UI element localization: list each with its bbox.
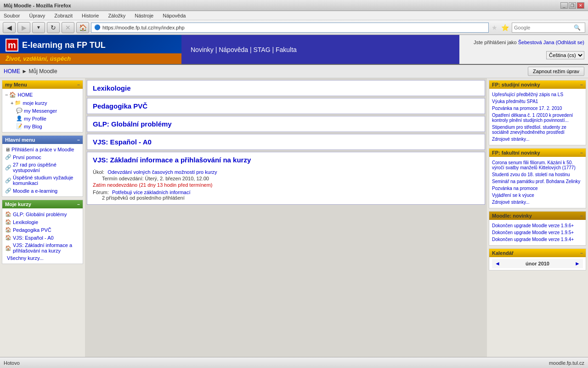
- close-btn[interactable]: ✕: [577, 2, 584, 9]
- profile-link[interactable]: my Profile: [24, 116, 46, 121]
- my-menu-collapse[interactable]: −: [77, 82, 80, 87]
- calendar-next[interactable]: ►: [575, 260, 580, 267]
- course-block-espanol: VJS: Español - A0: [87, 134, 485, 150]
- menu-prihlaseni[interactable]: 🖥 Přihlášení a práce v Moodle: [5, 146, 80, 153]
- moodle-news-collapse[interactable]: −: [580, 213, 583, 218]
- my-courses-collapse[interactable]: −: [77, 202, 80, 207]
- not-submitted-label: Zatím neodevzdáno (21 dny 13 hodin před …: [93, 182, 212, 188]
- bookmark-star[interactable]: ★: [492, 24, 498, 31]
- stop-button[interactable]: ✕: [62, 22, 74, 33]
- fp-study-news-collapse[interactable]: −: [580, 82, 583, 87]
- moodle-news-title: Moodle: novinky: [492, 213, 532, 218]
- logo-subtitle: Život, vzdělání, úspěch: [0, 53, 181, 64]
- search-icon: 🔍: [574, 24, 581, 31]
- course-glp[interactable]: 🏠 GLP: Globální problémy: [5, 210, 80, 218]
- menu-27-rad[interactable]: 🔗 27 rad pro úspěšné vystupování: [5, 161, 80, 174]
- news-item-3: Opatření děkana č. 1 /2010 k provedení k…: [492, 112, 583, 123]
- search-input[interactable]: [514, 25, 574, 30]
- deadline-text: Termín odevzdání: Úterý, 2. březen 2010,…: [93, 176, 479, 181]
- task-title-link[interactable]: Odevzdání volných časových možností pro …: [107, 169, 217, 175]
- fp-study-news-content: Upřesňující předběžný zápis na LS Výuka …: [489, 89, 586, 145]
- browser-titlebar: Můj Moodle - Mozilla Firefox _ ❐ ✕: [0, 0, 588, 11]
- site-top-right: Jste přihlášeni jako Šebestová Jana (Odh…: [459, 35, 588, 64]
- user-profile-link[interactable]: Šebestová Jana: [518, 40, 554, 45]
- browser-toolbar: ◀ ▶ ▼ ↻ ✕ 🏠 🔵 https://moodle.fp.tul.cz/m…: [0, 20, 588, 35]
- google-search[interactable]: 🔍: [512, 23, 585, 33]
- back-button[interactable]: ◀: [3, 22, 16, 33]
- address-bar[interactable]: 🔵 https://moodle.fp.tul.cz/my/index.php: [91, 23, 489, 33]
- my-courses-title: Moje kurzy: [5, 201, 31, 207]
- statusbar: Hotovo moodle.fp.tul.cz: [0, 357, 588, 368]
- menu-item-profile[interactable]: 👤 my Profile: [5, 115, 80, 122]
- fp-faculty-news-header: FP: fakultní novinky −: [489, 149, 586, 157]
- main-menu-header: Hlavní menu −: [2, 136, 83, 144]
- logo-top: m E-learning na FP TUL: [0, 35, 181, 53]
- fp-faculty-news-block: FP: fakultní novinky − Corona senum fili…: [489, 148, 586, 208]
- language-select[interactable]: Čeština (cs) English (en): [546, 51, 584, 59]
- sidebar-right: FP: studijní novinky − Upřesňující předb…: [487, 78, 588, 357]
- calendar-collapse[interactable]: −: [580, 251, 583, 256]
- course-title-vjs-zakladni[interactable]: VJS: Základní informace a přihlašování n…: [87, 152, 485, 167]
- course-lexikologie[interactable]: 🏠 Lexikologie: [5, 218, 80, 226]
- blog-link[interactable]: my Blog: [24, 124, 42, 129]
- menu-soubor[interactable]: Soubor: [2, 12, 22, 19]
- home-button[interactable]: 🏠: [76, 22, 89, 33]
- fp-faculty-news-collapse[interactable]: −: [580, 150, 583, 155]
- my-menu-block: my Menu − − 🏠 HOME + 📁 moje kurzy: [2, 80, 83, 132]
- task-link: Úkol: Odevzdání volných časových možnost…: [93, 169, 479, 175]
- breadcrumb-arrow: ►: [22, 68, 27, 75]
- course-pedagogika[interactable]: 🏠 Pedagogika PVČ: [5, 226, 80, 234]
- not-submitted-text: Zatím neodevzdáno (21 dny 13 hodin před …: [93, 182, 479, 188]
- faculty-news-item-3: Pozvánka na promoce: [492, 185, 583, 191]
- forward-button[interactable]: ▶: [17, 22, 30, 33]
- menu-uspesne-studium[interactable]: 🔗 Úspěšné studium vyžaduje komunikaci: [5, 174, 80, 187]
- messenger-link[interactable]: my Messenger: [24, 108, 57, 114]
- menu-item-blog[interactable]: 📝 my Blog: [5, 122, 80, 130]
- calendar-month: únor 2010: [526, 261, 549, 266]
- all-courses-link[interactable]: Všechny kurzy...: [5, 254, 80, 262]
- home-breadcrumb[interactable]: HOME: [4, 68, 20, 75]
- menu-prvni-pomoc[interactable]: 🔗 První pomoc: [5, 153, 80, 161]
- bookmark-star2[interactable]: ⭐: [501, 24, 509, 31]
- moodle-news-header: Moodle: novinky −: [489, 212, 586, 220]
- menu-zalozky[interactable]: Záložky: [106, 12, 127, 19]
- menu-moodle-elearning[interactable]: 🔗 Moodle a e-learning: [5, 187, 80, 195]
- calendar-prev[interactable]: ◄: [495, 260, 500, 267]
- menu-zobrazit[interactable]: Zobrazit: [52, 12, 74, 19]
- calendar-title: Kalendář: [492, 250, 514, 256]
- menu-napoveda[interactable]: Nápověda: [161, 12, 187, 19]
- domain-text: moodle.fp.tul.cz: [549, 360, 584, 366]
- window-controls: _ ❐ ✕: [560, 2, 584, 9]
- restore-btn[interactable]: ❐: [569, 2, 576, 9]
- dropdown-btn[interactable]: ▼: [32, 22, 45, 33]
- menu-item-kurzy[interactable]: + 📁 moje kurzy: [5, 99, 80, 107]
- course-title-glp[interactable]: GLP: Globální problémy: [87, 116, 485, 132]
- main-menu-collapse[interactable]: −: [77, 138, 80, 143]
- course-vjs-zakladni[interactable]: 🏠 VJS: Základní informace a přihlašování…: [5, 242, 80, 254]
- menu-item-messenger[interactable]: 💬 my Messenger: [5, 107, 80, 115]
- status-text: Hotovo: [4, 360, 20, 366]
- faculty-news-item-5: Zdrojové stránky...: [492, 199, 583, 205]
- course-title-espanol[interactable]: VJS: Español - A0: [87, 134, 485, 150]
- course-title-pedagogika[interactable]: Pedagogika PVČ: [87, 98, 485, 114]
- edit-mode-button[interactable]: Zapnout režim úprav: [528, 67, 584, 76]
- current-page: Můj Moodle: [29, 68, 57, 75]
- menu-historie[interactable]: Historie: [80, 12, 101, 19]
- forum-title-link[interactable]: Potřebuji více základních informací: [112, 190, 191, 195]
- my-menu-content: − 🏠 HOME + 📁 moje kurzy 💬 my Messenger: [2, 89, 83, 132]
- course-vjs-espanol[interactable]: 🏠 VJS: Español - A0: [5, 234, 80, 242]
- menu-item-expand[interactable]: − 🏠 HOME: [5, 91, 80, 99]
- main-layout: my Menu − − 🏠 HOME + 📁 moje kurzy: [0, 78, 588, 357]
- faculty-news-item-2: Seminář na památku prof. Bohdana Zelinky: [492, 178, 583, 184]
- moodle-news-block: Moodle: novinky − Dokončen upgrade Moodl…: [489, 211, 586, 246]
- menu-nastroje[interactable]: Nástroje: [133, 12, 155, 19]
- home-link[interactable]: HOME: [17, 92, 33, 98]
- nav-links[interactable]: Novinky | Nápověda | STAG | Fakulta: [191, 46, 297, 53]
- reload-button[interactable]: ↻: [47, 22, 60, 33]
- minimize-btn[interactable]: _: [560, 2, 568, 9]
- forum-label: Fórum:: [93, 190, 109, 195]
- course-title-lexikologie[interactable]: Lexikologie: [87, 80, 485, 96]
- logout-link[interactable]: (Odhlásit se): [556, 40, 584, 45]
- menu-upravy[interactable]: Úpravy: [27, 12, 47, 19]
- kurzy-link[interactable]: moje kurzy: [23, 100, 47, 106]
